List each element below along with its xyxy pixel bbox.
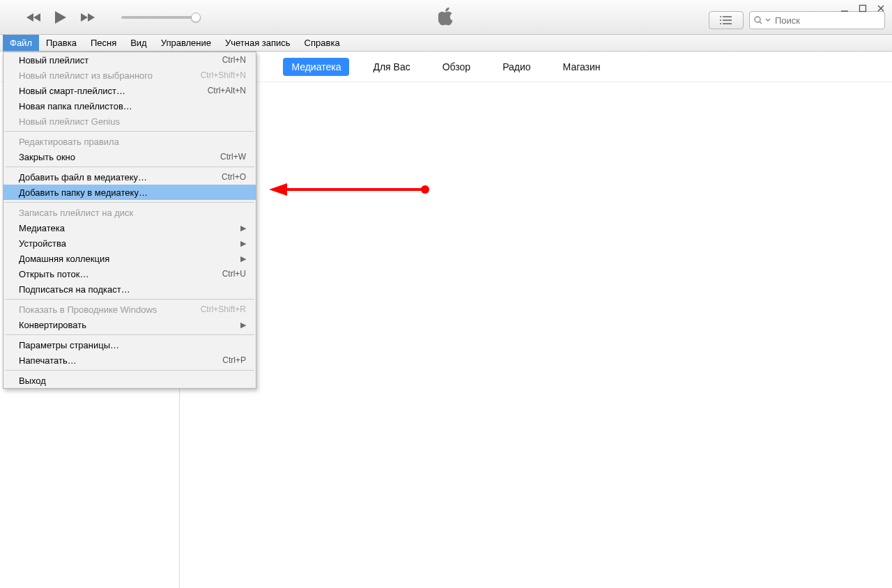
menu-item-label: Параметры страницы… [19, 340, 119, 350]
menu-item-label: Новый плейлист [19, 55, 89, 65]
playback-controls [0, 10, 198, 24]
menu-item[interactable]: Медиатека▶ [3, 220, 256, 235]
menu-песня[interactable]: Песня [84, 35, 123, 51]
menu-item-label: Добавить файл в медиатеку… [19, 172, 147, 183]
tab-2[interactable]: Обзор [434, 58, 479, 76]
menu-item-label: Новый плейлист Genius [19, 116, 120, 127]
file-menu-dropdown: Новый плейлистCtrl+NНовый плейлист из вы… [3, 52, 256, 389]
maximize-button[interactable] [857, 3, 868, 14]
menu-файл[interactable]: Файл [3, 35, 39, 51]
menu-управление[interactable]: Управление [154, 35, 218, 51]
tab-1[interactable]: Для Вас [364, 58, 418, 76]
menu-item-label: Записать плейлист на диск [19, 208, 133, 218]
menu-bar: ФайлПравкаПесняВидУправлениеУчетная запи… [0, 35, 892, 52]
menu-item-label: Устройства [19, 238, 66, 249]
menu-item[interactable]: Домашняя коллекция▶ [3, 251, 256, 266]
menu-item-shortcut: Ctrl+U [222, 269, 246, 279]
menu-item-label: Открыть поток… [19, 269, 89, 279]
minimize-button[interactable] [839, 3, 850, 14]
next-button[interactable] [79, 13, 95, 22]
menu-item[interactable]: Напечатать…Ctrl+P [3, 353, 256, 368]
chevron-down-icon [765, 17, 771, 23]
menu-item: Новый плейлист из выбранногоCtrl+Shift+N [3, 68, 256, 83]
menu-правка[interactable]: Правка [39, 35, 84, 51]
svg-point-3 [720, 16, 721, 17]
menu-item[interactable]: Конвертировать▶ [3, 317, 256, 332]
tab-3[interactable]: Радио [494, 58, 539, 76]
svg-point-4 [720, 20, 721, 21]
svg-rect-9 [860, 6, 866, 12]
menu-item-label: Новый смарт-плейлист… [19, 86, 125, 96]
menu-item: Редактировать правила [3, 134, 256, 149]
search-input[interactable] [774, 15, 880, 26]
menu-item-label: Домашняя коллекция [19, 254, 109, 264]
list-view-button[interactable] [709, 11, 744, 29]
menu-вид[interactable]: Вид [123, 35, 154, 51]
menu-item[interactable]: Новый смарт-плейлист…Ctrl+Alt+N [3, 83, 256, 98]
tab-0[interactable]: Медиатека [283, 58, 349, 76]
menu-item-label: Редактировать правила [19, 137, 119, 147]
menu-item-label: Конвертировать [19, 320, 86, 330]
menu-item-label: Подписаться на подкаст… [19, 284, 130, 295]
menu-item-label: Медиатека [19, 223, 65, 233]
svg-line-7 [760, 22, 762, 24]
menu-item-shortcut: Ctrl+O [222, 172, 246, 182]
menu-item[interactable]: Новая папка плейлистов… [3, 98, 256, 114]
chevron-right-icon: ▶ [240, 254, 246, 263]
menu-item-label: Добавить папку в медиатеку… [19, 187, 148, 198]
menu-separator [5, 131, 254, 132]
menu-item[interactable]: Добавить папку в медиатеку… [3, 185, 256, 200]
chevron-right-icon: ▶ [240, 320, 246, 330]
volume-slider[interactable] [121, 16, 198, 19]
menu-item-label: Новый плейлист из выбранного [19, 70, 153, 81]
menu-item[interactable]: Добавить файл в медиатеку…Ctrl+O [3, 169, 256, 185]
menu-item-shortcut: Ctrl+N [222, 55, 246, 65]
svg-marker-14 [269, 183, 287, 196]
window-controls [839, 3, 886, 14]
menu-учетная запись[interactable]: Учетная запись [218, 35, 298, 51]
menu-item-label: Напечатать… [19, 355, 77, 366]
menu-item-shortcut: Ctrl+Alt+N [208, 86, 246, 95]
menu-item[interactable]: Новый плейлистCtrl+N [3, 52, 256, 68]
previous-button[interactable] [26, 13, 42, 22]
menu-item[interactable]: Подписаться на подкаст… [3, 281, 256, 297]
menu-item[interactable]: Параметры страницы… [3, 337, 256, 353]
menu-separator [5, 334, 254, 335]
menu-справка[interactable]: Справка [298, 35, 347, 51]
player-toolbar [0, 0, 892, 35]
tab-4[interactable]: Магазин [555, 58, 609, 76]
menu-separator [5, 299, 254, 300]
annotation-arrow [269, 183, 436, 199]
play-button[interactable] [54, 10, 67, 24]
svg-point-6 [755, 17, 760, 22]
apple-logo-icon [438, 7, 454, 27]
menu-item[interactable]: Закрыть окноCtrl+W [3, 149, 256, 164]
menu-item-label: Новая папка плейлистов… [19, 101, 132, 111]
close-button[interactable] [875, 3, 886, 14]
menu-item-shortcut: Ctrl+W [220, 152, 246, 162]
search-icon [754, 16, 762, 24]
menu-item-shortcut: Ctrl+P [222, 355, 246, 365]
menu-item[interactable]: Открыть поток…Ctrl+U [3, 266, 256, 281]
menu-item[interactable]: Устройства▶ [3, 235, 256, 251]
menu-separator [5, 202, 254, 203]
menu-separator [5, 167, 254, 167]
menu-separator [5, 370, 254, 371]
chevron-right-icon: ▶ [240, 239, 246, 248]
menu-item[interactable]: Выход [3, 373, 256, 388]
menu-item-label: Закрыть окно [19, 152, 75, 162]
svg-point-5 [720, 23, 721, 24]
menu-item: Показать в Проводнике WindowsCtrl+Shift+… [3, 302, 256, 317]
menu-item-label: Выход [19, 376, 46, 386]
menu-item: Записать плейлист на диск [3, 205, 256, 220]
menu-item: Новый плейлист Genius [3, 114, 256, 129]
svg-point-13 [421, 185, 429, 194]
menu-item-label: Показать в Проводнике Windows [19, 304, 157, 315]
chevron-right-icon: ▶ [240, 224, 246, 233]
menu-item-shortcut: Ctrl+Shift+R [201, 304, 246, 314]
menu-item-shortcut: Ctrl+Shift+N [201, 70, 246, 80]
